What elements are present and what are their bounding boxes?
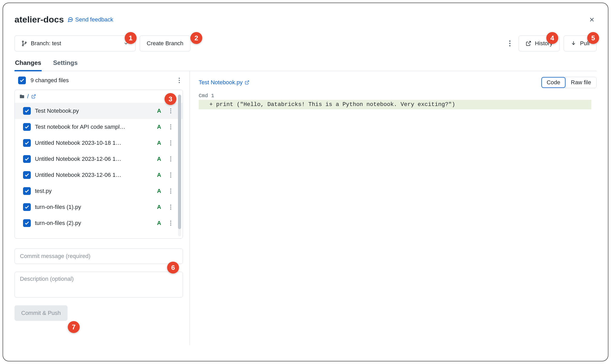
svg-point-24	[170, 142, 171, 143]
svg-point-39	[170, 223, 171, 224]
file-status: A	[156, 124, 162, 130]
commit-description-input[interactable]	[14, 272, 183, 298]
file-row[interactable]: turn-on-files (1).py A	[15, 199, 183, 215]
kebab-icon	[170, 108, 172, 113]
check-icon	[24, 221, 29, 226]
view-code-button[interactable]: Code	[541, 77, 565, 88]
kebab-icon	[178, 78, 180, 83]
file-name: turn-on-files (1).py	[35, 204, 152, 210]
svg-point-31	[170, 177, 171, 178]
svg-point-35	[170, 205, 171, 206]
file-more-button[interactable]	[166, 122, 175, 132]
external-link-icon	[31, 94, 36, 99]
svg-point-23	[170, 141, 171, 142]
file-checkbox[interactable]	[23, 139, 31, 147]
file-checkbox[interactable]	[23, 171, 31, 179]
svg-point-7	[25, 42, 26, 43]
diff-file-name: Test Notebook.py	[199, 79, 243, 86]
file-row[interactable]: turn-on-files (2).py A	[15, 215, 183, 231]
diff-file-link[interactable]: Test Notebook.py	[199, 79, 249, 86]
check-icon	[24, 108, 29, 113]
more-actions-button[interactable]	[505, 39, 515, 48]
svg-point-19	[170, 112, 171, 113]
svg-line-11	[528, 41, 531, 44]
file-status: A	[156, 140, 162, 146]
file-row[interactable]: Test notebook for API code sampl… A	[15, 119, 183, 135]
annotation-badge-3: 3	[165, 93, 176, 105]
kebab-icon	[170, 188, 172, 194]
file-name: Untitled Notebook 2023-12-06 1…	[35, 156, 152, 162]
file-more-button[interactable]	[166, 218, 175, 228]
file-more-button[interactable]	[166, 154, 175, 164]
annotation-badge-1: 1	[125, 32, 137, 44]
annotation-badge-2: 2	[190, 32, 202, 44]
check-icon	[24, 172, 29, 178]
check-icon	[24, 188, 29, 194]
file-row[interactable]: Untitled Notebook 2023-12-06 1… A	[15, 151, 183, 167]
svg-point-26	[170, 157, 171, 158]
branch-label: Branch: test	[31, 40, 61, 47]
file-checkbox[interactable]	[23, 219, 31, 227]
file-row[interactable]: Untitled Notebook 2023-12-06 1… A	[15, 167, 183, 183]
svg-point-38	[170, 221, 171, 222]
file-name: Test Notebook.py	[35, 108, 152, 114]
file-status: A	[156, 188, 162, 194]
send-feedback-link[interactable]: Send feedback	[68, 16, 113, 23]
svg-point-18	[170, 110, 171, 111]
file-checkbox[interactable]	[23, 123, 31, 131]
svg-point-30	[170, 175, 171, 176]
kebab-icon	[509, 40, 511, 47]
svg-point-28	[170, 161, 171, 162]
file-more-button[interactable]	[166, 186, 175, 196]
file-more-button[interactable]	[166, 170, 175, 180]
file-status: A	[156, 172, 162, 178]
changed-files-count: 9 changed files	[31, 77, 69, 84]
changes-more-button[interactable]	[175, 76, 184, 85]
svg-point-0	[69, 19, 70, 20]
kebab-icon	[170, 156, 172, 162]
create-branch-button[interactable]: Create Branch	[140, 35, 190, 51]
svg-point-8	[509, 41, 510, 42]
check-icon	[24, 204, 29, 210]
check-icon	[24, 140, 29, 146]
svg-point-34	[170, 193, 171, 194]
file-row[interactable]: Untitled Notebook 2023-10-18 1… A	[15, 135, 183, 151]
commit-push-button[interactable]: Commit & Push	[14, 305, 68, 321]
file-more-button[interactable]	[166, 106, 175, 116]
check-icon	[24, 124, 29, 130]
branch-select[interactable]: Branch: test	[14, 35, 136, 51]
file-status: A	[156, 108, 162, 114]
check-icon	[19, 78, 25, 83]
tab-changes[interactable]: Changes	[14, 59, 42, 71]
commit-message-input[interactable]	[14, 248, 183, 264]
svg-point-10	[509, 45, 510, 47]
file-checkbox[interactable]	[23, 107, 31, 115]
file-more-button[interactable]	[166, 202, 175, 212]
svg-point-9	[509, 43, 510, 44]
select-all-checkbox[interactable]	[18, 77, 26, 84]
file-status: A	[156, 204, 162, 210]
svg-point-25	[170, 145, 171, 146]
file-tree-scrollbar[interactable]	[178, 95, 181, 236]
annotation-badge-4: 4	[546, 32, 558, 44]
file-row[interactable]: Test Notebook.py A	[15, 103, 183, 119]
svg-point-33	[170, 191, 171, 192]
file-tree: / Test Notebook.py A Test notebook for A…	[14, 90, 183, 239]
external-link-icon	[526, 41, 531, 46]
diff-cmd-label: Cmd 1	[199, 93, 597, 99]
folder-icon	[19, 94, 25, 99]
view-raw-button[interactable]: Raw file	[565, 77, 596, 88]
file-checkbox[interactable]	[23, 203, 31, 211]
root-folder-link[interactable]: /	[15, 90, 183, 103]
file-more-button[interactable]	[166, 138, 175, 148]
file-row[interactable]: test.py A	[15, 183, 183, 199]
close-button[interactable]	[587, 15, 597, 24]
file-checkbox[interactable]	[23, 155, 31, 163]
svg-point-1	[70, 19, 71, 20]
svg-point-36	[170, 207, 171, 208]
kebab-icon	[170, 204, 172, 210]
tab-settings[interactable]: Settings	[53, 59, 78, 71]
svg-point-27	[170, 158, 171, 160]
svg-point-37	[170, 209, 171, 210]
file-checkbox[interactable]	[23, 187, 31, 195]
